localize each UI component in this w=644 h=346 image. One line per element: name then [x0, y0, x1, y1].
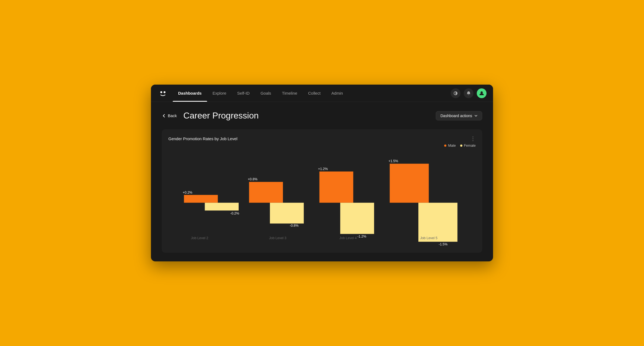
main-content: Back Career Progression Dashboard action…	[151, 102, 493, 261]
nav-item-timeline[interactable]: Timeline	[277, 85, 303, 102]
app-window: Dashboards Explore Self-ID Goals Timelin…	[151, 85, 493, 261]
label-jl2-male: +0.2%	[183, 191, 192, 194]
xlabel-jl5: Job Level 5	[420, 236, 437, 240]
page-header: Back Career Progression Dashboard action…	[162, 111, 482, 121]
label-jl4-male: +1.2%	[318, 167, 328, 171]
bar-jl4-male	[319, 171, 353, 203]
bar-jl5-male	[390, 164, 429, 203]
chart-svg: +0.2% -0.2% +0.8% -0.8% +1.2% -1.2%	[168, 154, 476, 246]
bar-jl3-female	[270, 203, 304, 224]
bar-jl3-male	[249, 182, 283, 203]
xlabel-jl3: Job Level 3	[269, 236, 286, 240]
nav-item-explore[interactable]: Explore	[207, 85, 232, 102]
nav-item-collect[interactable]: Collect	[303, 85, 326, 102]
notifications-button[interactable]	[464, 88, 473, 98]
dashboard-actions-button[interactable]: Dashboard actions	[436, 111, 482, 120]
label-jl3-female: -0.8%	[290, 224, 299, 228]
bar-jl5-female	[418, 203, 457, 242]
male-dot	[444, 145, 446, 147]
bar-jl2-female	[205, 203, 239, 211]
theme-toggle-button[interactable]	[451, 88, 460, 98]
chart-card: Gender Promotion Rates by Job Level ⋮ Ma…	[162, 129, 482, 253]
page-header-left: Back Career Progression	[162, 111, 259, 121]
bar-jl2-male	[184, 195, 218, 203]
chart-menu-button[interactable]: ⋮	[470, 136, 476, 141]
navigation: Dashboards Explore Self-ID Goals Timelin…	[151, 85, 493, 102]
chart-area: +0.2% -0.2% +0.8% -0.8% +1.2% -1.2%	[168, 154, 476, 246]
label-jl5-female: -1.5%	[439, 242, 448, 246]
label-jl4-female: -1.2%	[357, 235, 366, 238]
legend-female: Female	[460, 143, 476, 148]
nav-items: Dashboards Explore Self-ID Goals Timelin…	[173, 85, 451, 102]
xlabel-jl4: Job Level 4	[339, 236, 357, 240]
back-button[interactable]: Back	[162, 113, 177, 118]
label-jl5-male: +1.5%	[389, 159, 398, 163]
label-jl2-female: -0.2%	[230, 212, 239, 215]
nav-item-selfid[interactable]: Self-ID	[232, 85, 255, 102]
svg-point-1	[164, 91, 166, 93]
female-dot	[460, 145, 462, 147]
nav-right	[451, 88, 487, 98]
logo[interactable]	[157, 88, 168, 99]
label-jl3-male: +0.8%	[248, 177, 258, 181]
chart-legend: Male Female	[168, 143, 476, 148]
legend-male: Male	[444, 143, 456, 148]
svg-point-0	[160, 91, 162, 93]
nav-item-dashboards[interactable]: Dashboards	[173, 85, 207, 102]
chart-title: Gender Promotion Rates by Job Level	[168, 136, 237, 141]
page-title: Career Progression	[183, 111, 258, 121]
svg-point-2	[481, 91, 483, 94]
nav-item-admin[interactable]: Admin	[326, 85, 349, 102]
user-avatar[interactable]	[477, 88, 487, 98]
nav-item-goals[interactable]: Goals	[255, 85, 276, 102]
bar-jl4-female	[340, 203, 374, 234]
xlabel-jl2: Job Level 2	[191, 236, 208, 240]
chart-header: Gender Promotion Rates by Job Level ⋮	[168, 136, 476, 141]
